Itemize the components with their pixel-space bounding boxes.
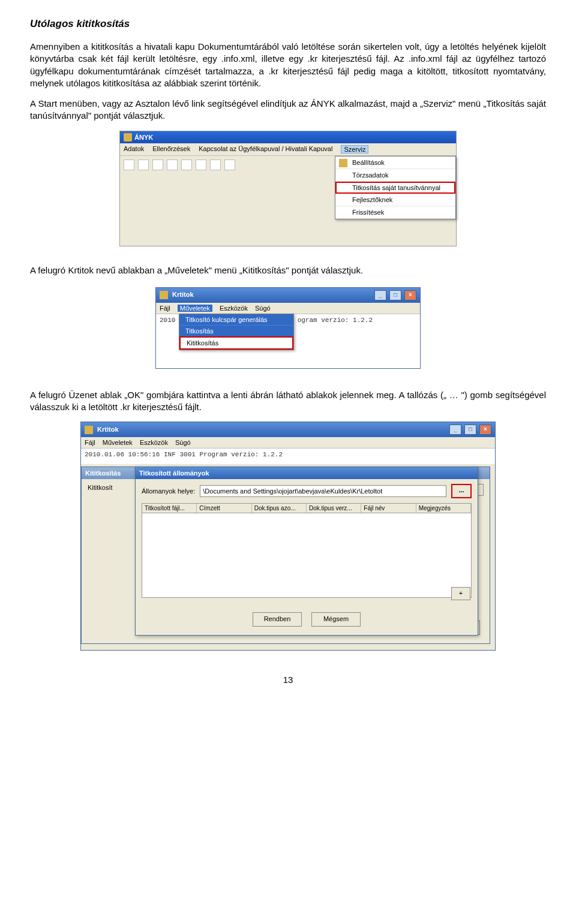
toolbar-icon[interactable] [167, 159, 178, 170]
screenshot-krtitok-dialogs: Krtitok _ □ × Fájl Műveletek Eszközök Sú… [80, 422, 496, 651]
status-line: 2010.01.06 10:56:16 INF 3001 Program ver… [81, 449, 495, 464]
window-controls: _ □ × [448, 425, 491, 435]
path-label: Állomanyok helye: [142, 487, 195, 495]
page-number: 13 [30, 675, 546, 685]
menu-muveletek[interactable]: Műveletek [103, 439, 133, 446]
table-body [142, 513, 472, 598]
dialog-title: Titkosított állományok [139, 469, 209, 477]
paragraph-2: A Start menüben, vagy az Asztalon lévő l… [30, 98, 546, 122]
toolbar-icon[interactable] [181, 159, 192, 170]
muveletek-dropdown: Titkosító kulcspár generálás Titkosítás … [179, 314, 294, 350]
col-fajlnev[interactable]: Fájl név [361, 504, 416, 513]
menu-sugo[interactable]: Súgó [255, 305, 271, 312]
screenshot-krtitok-muveletek-menu: Krtitok _ □ × Fájl Műveletek Eszközök Sú… [155, 287, 421, 369]
titkositott-allomanyok-dialog: Titkosított állományok Állomanyok helye:… [135, 466, 478, 636]
menu-fajl[interactable]: Fájl [85, 439, 95, 446]
titlebar: Krtitok _ □ × [156, 288, 420, 303]
col-titkositott-fajl[interactable]: Titkosított fájl... [142, 504, 197, 513]
menu-fajl[interactable]: Fájl [160, 305, 170, 312]
titlebar: ÁNYK [120, 131, 456, 143]
col-cimzett[interactable]: Címzett [197, 504, 251, 513]
app-title: ÁNYK [134, 134, 153, 141]
paragraph-1: Amennyiben a kititkosítás a hivatali kap… [30, 41, 546, 89]
menu-eszkozok[interactable]: Eszközök [220, 305, 248, 312]
dialog-title: Kititkosítás [85, 469, 121, 477]
menu-item-fejlesztoknek[interactable]: Fejlesztőknek [335, 194, 455, 206]
app-title: Krtitok [172, 291, 193, 298]
toolbar-icon[interactable] [138, 159, 149, 170]
menu-muveletek[interactable]: Műveletek [178, 305, 212, 312]
menu-sugo[interactable]: Súgó [175, 439, 191, 446]
paragraph-3: A felugró Krtitok nevű ablakban a „Művel… [30, 264, 546, 276]
app-icon [85, 426, 93, 434]
menu-item-beallitasok[interactable]: Beállítások [335, 156, 455, 169]
maximize-button[interactable]: □ [389, 290, 401, 300]
menubar: Fájl Műveletek Eszközök Súgó [81, 437, 495, 449]
menu-item-titkositas[interactable]: Titkosítás [179, 326, 293, 336]
menu-item-torzsadatok[interactable]: Törzsadatok [335, 169, 455, 182]
titlebar: Krtitok _ □ × [81, 422, 495, 437]
menu-item-titkositas-sajat[interactable]: Titkosítás saját tanusítvánnyal [335, 182, 455, 194]
menubar: Fájl Műveletek Eszközök Súgó [156, 303, 420, 314]
window-body: 2010 ogram verzio: 1.2.2 Titkosító kulcs… [156, 314, 420, 368]
toolbar-icon[interactable] [196, 159, 206, 170]
menu-eszkozok[interactable]: Eszközök [140, 439, 168, 446]
toolbar-icon[interactable] [224, 159, 235, 170]
close-button[interactable]: × [479, 425, 491, 435]
close-button[interactable]: × [404, 290, 416, 300]
cancel-button[interactable]: Mégsem [311, 612, 361, 627]
minimize-button[interactable]: _ [449, 425, 461, 435]
szerviz-dropdown: Beállítások Törzsadatok Titkosítás saját… [335, 156, 456, 219]
maximize-button[interactable]: □ [464, 425, 476, 435]
menu-ellenorzesek[interactable]: Ellenőrzések [152, 145, 190, 154]
browse-button-highlighted[interactable]: ... [451, 484, 472, 498]
table-header: Titkosított fájl... Címzett Dok.tipus az… [142, 503, 472, 513]
dialog-titlebar: Titkosított állományok [136, 467, 478, 479]
col-doktipus-azo[interactable]: Dok.tipus azo... [252, 504, 307, 513]
path-input[interactable] [200, 485, 446, 497]
window-controls: _ □ × [373, 290, 416, 300]
add-button[interactable]: + [451, 587, 470, 600]
section-title: Utólagos kititkosítás [30, 18, 546, 30]
menu-item-kulcspar-generalas[interactable]: Titkosító kulcspár generálás [179, 314, 293, 326]
status-left: 2010 [160, 317, 175, 324]
col-megjegyzes[interactable]: Megjegyzés [416, 504, 471, 513]
app-icon [160, 291, 168, 299]
toolbar-icon[interactable] [210, 159, 221, 170]
menu-szerviz[interactable]: Szerviz [341, 145, 368, 154]
menu-item-frissitesek[interactable]: Frissítések [335, 206, 455, 219]
status-right: ogram verzio: 1.2.2 [298, 317, 373, 324]
menu-item-kititkositas[interactable]: Kititkosítás [179, 336, 293, 350]
app-title: Krtitok [97, 426, 118, 433]
toolbar-icon[interactable] [152, 159, 163, 170]
col-doktipus-verz[interactable]: Dok.tipus verz... [307, 504, 361, 513]
minimize-button[interactable]: _ [374, 290, 386, 300]
screenshot-anyk-szerviz-menu: ÁNYK Adatok Ellenőrzések Kapcsolat az Üg… [119, 131, 457, 246]
menu-adatok[interactable]: Adatok [124, 145, 144, 154]
menu-kapcsolat[interactable]: Kapcsolat az Ügyfélkapuval / Hivatali Ka… [199, 145, 332, 154]
ok-button[interactable]: Rendben [253, 612, 302, 627]
menubar: Adatok Ellenőrzések Kapcsolat az Ügyfélk… [120, 143, 456, 156]
paragraph-4: A felugró Üzenet ablak „OK" gombjára kat… [30, 389, 546, 414]
app-icon [124, 133, 132, 142]
label-kititkosit: Kititkosít [88, 484, 113, 496]
toolbar-icon[interactable] [124, 159, 134, 170]
